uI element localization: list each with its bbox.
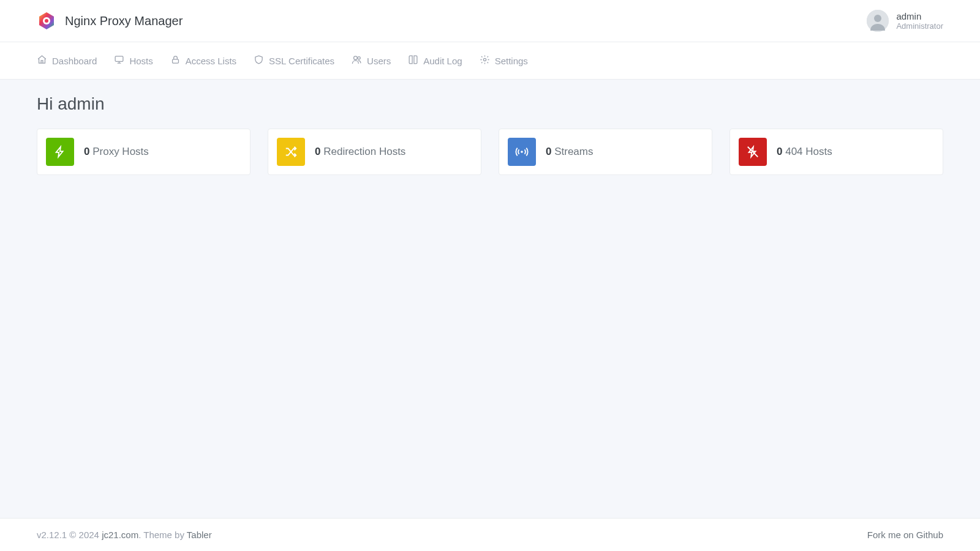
monitor-icon (114, 54, 124, 67)
card-redirection-hosts[interactable]: 0 Redirection Hosts (268, 129, 481, 175)
header: Nginx Proxy Manager admin Administrator (0, 0, 980, 42)
svg-point-2 (45, 19, 48, 23)
svg-point-7 (354, 56, 358, 60)
card-text: 0 Redirection Hosts (315, 146, 405, 158)
svg-point-10 (521, 151, 523, 153)
nav-label: SSL Certificates (269, 56, 334, 66)
nav-label: Settings (495, 56, 528, 66)
nav-hosts[interactable]: Hosts (114, 42, 153, 79)
card-text: 0 Streams (546, 146, 594, 158)
nav-ssl-certificates[interactable]: SSL Certificates (254, 42, 334, 79)
svg-point-9 (483, 58, 486, 61)
nav-label: Hosts (129, 56, 153, 66)
svg-rect-5 (116, 56, 124, 62)
card-text: 0 Proxy Hosts (84, 146, 149, 158)
nav-access-lists[interactable]: Access Lists (170, 42, 236, 79)
card-streams[interactable]: 0 Streams (499, 129, 712, 175)
footer-right: Fork me on Github (867, 530, 943, 540)
user-role: Administrator (896, 21, 943, 31)
nav-settings[interactable]: Settings (480, 42, 528, 79)
tabler-link[interactable]: Tabler (187, 530, 212, 540)
shield-icon (254, 54, 264, 67)
card-label: Proxy Hosts (89, 146, 148, 157)
user-name: admin (896, 11, 943, 21)
page-title: Hi admin (37, 94, 943, 114)
footer-left: v2.12.1 © 2024 jc21.com. Theme by Tabler (37, 530, 212, 540)
nav-audit-log[interactable]: Audit Log (408, 42, 462, 79)
card-label: 404 Hosts (782, 146, 832, 157)
svg-point-4 (874, 15, 881, 22)
svg-rect-6 (172, 59, 178, 63)
users-icon (352, 54, 362, 67)
stat-cards: 0 Proxy Hosts 0 Redirection Hosts 0 Stre… (37, 129, 943, 175)
brand[interactable]: Nginx Proxy Manager (37, 11, 183, 31)
svg-point-8 (358, 57, 360, 59)
zap-icon (46, 138, 74, 166)
theme-text: . Theme by (138, 530, 187, 540)
brand-title: Nginx Proxy Manager (65, 14, 183, 28)
nav-label: Dashboard (52, 56, 97, 66)
zap-off-icon (739, 138, 767, 166)
card-label: Streams (551, 146, 593, 157)
footer: v2.12.1 © 2024 jc21.com. Theme by Tabler… (0, 518, 980, 551)
user-menu[interactable]: admin Administrator (867, 10, 943, 32)
nav-label: Users (367, 56, 391, 66)
nav-label: Access Lists (186, 56, 236, 66)
nav-users[interactable]: Users (352, 42, 391, 79)
home-icon (37, 54, 47, 67)
book-icon (408, 54, 418, 67)
user-text: admin Administrator (896, 11, 943, 31)
card-404-hosts[interactable]: 0 404 Hosts (729, 129, 943, 175)
card-text: 0 404 Hosts (777, 146, 832, 158)
shuffle-icon (277, 138, 305, 166)
nav-dashboard[interactable]: Dashboard (37, 42, 97, 79)
main-content: Hi admin 0 Proxy Hosts 0 Redirection Hos… (0, 80, 980, 518)
nav-label: Audit Log (423, 56, 462, 66)
app-logo-icon (37, 11, 56, 31)
github-link[interactable]: Fork me on Github (867, 530, 943, 540)
lock-icon (170, 54, 181, 67)
nav-bar: Dashboard Hosts Access Lists SSL Certifi… (0, 42, 980, 80)
card-proxy-hosts[interactable]: 0 Proxy Hosts (37, 129, 251, 175)
jc21-link[interactable]: jc21.com (102, 530, 138, 540)
gear-icon (480, 54, 490, 67)
radio-icon (508, 138, 536, 166)
card-label: Redirection Hosts (320, 146, 405, 157)
avatar-icon (867, 10, 889, 32)
version-text: v2.12.1 © 2024 (37, 530, 102, 540)
